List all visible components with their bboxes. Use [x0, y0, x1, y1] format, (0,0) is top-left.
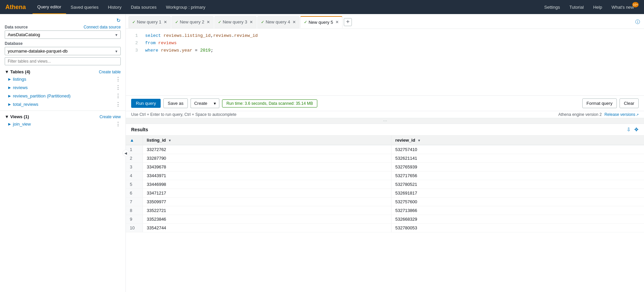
expand-icon[interactable]: ✥	[634, 127, 639, 133]
table-item-total-reviews[interactable]: ► total_reviews ⋮	[0, 100, 125, 108]
tab-check-icon-5: ✓	[304, 20, 307, 24]
line-num-3: 3	[131, 47, 138, 54]
tab-close-icon-1[interactable]: ✕	[164, 20, 167, 24]
info-icon[interactable]: ⓘ	[635, 19, 641, 25]
table-row: 7 33509977 532757600	[126, 198, 644, 206]
nav-tutorial[interactable]: Tutorial	[565, 0, 589, 14]
col-header-review-id[interactable]: review_id ▼	[391, 136, 644, 145]
nav-item-history[interactable]: History	[103, 0, 126, 14]
query-toolbar: Run query Save as Create ▼ Run time: 3.6…	[126, 96, 644, 111]
toolbar-right: Format query Clear	[582, 98, 639, 108]
tab-new-query-4[interactable]: ✓ New query 4 ✕	[257, 16, 300, 28]
views-section-title[interactable]: ▼ Views (1)	[5, 114, 29, 119]
resize-handle[interactable]: ⋯	[126, 118, 644, 124]
row-num-4: 4	[126, 171, 143, 180]
row-num-7: 7	[126, 198, 143, 206]
row-review-id-10: 532780053	[391, 224, 644, 232]
row-review-id-2: 532621141	[391, 154, 644, 163]
nav-whats-new[interactable]: What's new 10+	[607, 0, 639, 14]
tab-close-icon-4[interactable]: ✕	[292, 20, 296, 24]
tab-new-query-1[interactable]: ✓ New query 1 ✕	[128, 16, 171, 28]
create-view-link[interactable]: Create view	[100, 115, 121, 119]
tab-check-icon-2: ✓	[175, 20, 178, 24]
table-dots-icon[interactable]: ⋮	[115, 101, 121, 107]
row-review-id-8: 532713866	[391, 206, 644, 215]
editor-content[interactable]: 1 select reviews.listing_id,reviews.revi…	[126, 29, 644, 58]
release-versions-link[interactable]: Release versions ↗	[604, 112, 639, 117]
create-button-main[interactable]: Create	[191, 98, 211, 108]
run-result-badge: Run time: 3.6 seconds, Data scanned: 35.…	[222, 99, 317, 107]
row-num-6: 6	[126, 189, 143, 198]
create-caret-button[interactable]: ▼	[211, 98, 219, 108]
tab-label-1: New query 1	[137, 19, 161, 24]
row-listing-id-8: 33522721	[143, 206, 391, 215]
add-tab-button[interactable]: +	[344, 18, 352, 26]
tab-close-icon-2[interactable]: ✕	[207, 20, 210, 24]
data-source-select[interactable]: AwsDataCatalog	[5, 30, 121, 39]
tables-section-title[interactable]: ▼ Tables (4)	[5, 69, 30, 74]
table-dots-icon[interactable]: ⋮	[115, 84, 121, 91]
tab-new-query-2[interactable]: ✓ New query 2 ✕	[171, 16, 214, 28]
view-item-join-view[interactable]: ► join_view ⋮	[0, 120, 125, 128]
row-review-id-9: 532668329	[391, 215, 644, 224]
row-num-10: 10	[126, 224, 143, 232]
connect-data-source-link[interactable]: Connect data source	[84, 25, 121, 29]
create-table-link[interactable]: Create table	[99, 70, 121, 74]
tab-new-query-5[interactable]: ✓ New query 5 ✕	[300, 16, 342, 28]
row-listing-id-3: 33439678	[143, 163, 391, 171]
create-button-group: Create ▼	[191, 98, 219, 108]
engine-info-row: Athena engine version 2 Release versions…	[558, 112, 639, 117]
row-review-id-5: 532780521	[391, 180, 644, 189]
tab-new-query-3[interactable]: ✓ New query 3 ✕	[214, 16, 257, 28]
tab-label-2: New query 2	[180, 19, 204, 24]
engine-version-text: Athena engine version 2	[558, 112, 602, 117]
nav-item-workgroup[interactable]: Workgroup : primary	[161, 0, 210, 14]
table-item-reviews-partition[interactable]: ► reviews_partition (Partitioned) ⋮	[0, 92, 125, 100]
tab-close-icon-3[interactable]: ✕	[250, 20, 253, 24]
results-header: Results ⇩ ✥	[126, 124, 644, 136]
row-review-id-3: 532765939	[391, 163, 644, 171]
row-num-8: 8	[126, 206, 143, 215]
table-row: 6 33471217 532691817	[126, 189, 644, 198]
tables-section: ▼ Tables (4) Create table Tables (4) ► l…	[0, 68, 125, 108]
table-item-listings[interactable]: ► listings ⋮	[0, 75, 125, 83]
review-id-sort-icon: ▼	[417, 139, 421, 142]
row-listing-id-1: 33272762	[143, 145, 391, 154]
table-row: 1 33272762 532757410	[126, 145, 644, 154]
editor-container: 1 select reviews.listing_id,reviews.revi…	[126, 29, 644, 96]
table-row: 8 33522721 532713866	[126, 206, 644, 215]
download-icon[interactable]: ⇩	[627, 127, 631, 133]
row-review-id-4: 532717656	[391, 171, 644, 180]
database-label: Database	[5, 41, 22, 46]
row-review-id-7: 532757600	[391, 198, 644, 206]
clear-button[interactable]: Clear	[620, 98, 639, 108]
table-item-reviews[interactable]: ► reviews ⋮	[0, 83, 125, 92]
save-as-button[interactable]: Save as	[163, 98, 188, 108]
col-header-listing-id[interactable]: listing_id ▼	[143, 136, 391, 145]
tabs-bar: ✓ New query 1 ✕ ✓ New query 2 ✕ ✓ New qu…	[126, 14, 644, 29]
tab-check-icon-1: ✓	[132, 20, 136, 24]
hint-text: Use Ctrl + Enter to run query, Ctrl + Sp…	[131, 112, 236, 117]
results-table: ▲ listing_id ▼ review_id ▼	[126, 136, 644, 232]
nav-item-saved-queries[interactable]: Saved queries	[66, 0, 103, 14]
nav-logo[interactable]: Athena	[5, 4, 26, 11]
table-dots-icon[interactable]: ⋮	[115, 76, 121, 82]
table-dots-icon[interactable]: ⋮	[115, 93, 121, 99]
nav-item-data-sources[interactable]: Data sources	[126, 0, 161, 14]
table-row: 3 33439678 532765939	[126, 163, 644, 171]
filter-tables-input[interactable]	[5, 57, 121, 65]
nav-help[interactable]: Help	[588, 0, 607, 14]
format-query-button[interactable]: Format query	[582, 98, 617, 108]
sidebar-collapse-btn[interactable]: ◀	[122, 150, 129, 156]
row-listing-id-5: 33446998	[143, 180, 391, 189]
tab-close-icon-5[interactable]: ✕	[335, 20, 339, 24]
run-query-button[interactable]: Run query	[131, 99, 161, 108]
nav-item-query-editor[interactable]: Query editor	[33, 0, 66, 14]
database-select[interactable]: yourname-datalake-parquet-db	[5, 47, 121, 55]
row-num-5: 5	[126, 180, 143, 189]
view-dots-icon[interactable]: ⋮	[115, 121, 121, 127]
refresh-icon[interactable]: ↻	[116, 17, 121, 23]
col-header-num[interactable]: ▲	[126, 136, 143, 145]
nav-right: Settings Tutorial Help What's new 10+	[540, 0, 639, 14]
nav-settings[interactable]: Settings	[540, 0, 565, 14]
